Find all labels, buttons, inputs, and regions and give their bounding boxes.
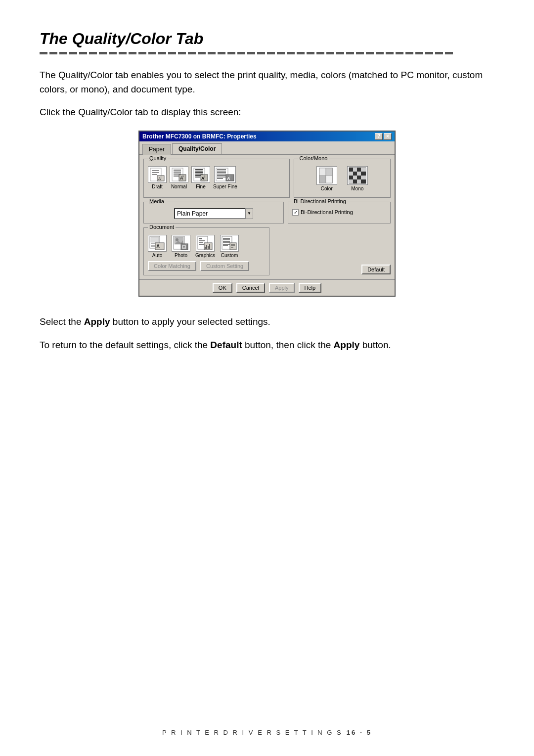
svg-rect-48 [357, 172, 361, 176]
default-button-wrapper: Default [273, 227, 391, 275]
quality-draft-item[interactable]: A ≡ Draft [148, 166, 167, 189]
custom-icon [220, 235, 239, 252]
svg-point-71 [183, 246, 185, 248]
tab-paper[interactable]: Paper [142, 144, 171, 155]
help-button[interactable]: Help [299, 283, 322, 293]
draft-icon: A ≡ [148, 166, 167, 183]
dialog-body: Quality [139, 154, 395, 279]
apply-button[interactable]: Apply [269, 283, 295, 293]
custom-setting-button[interactable]: Custom Setting [200, 261, 249, 271]
svg-rect-55 [353, 179, 357, 183]
auto-icon: A [148, 235, 167, 252]
normal-label: Normal [171, 184, 187, 189]
properties-dialog: Brother MFC7300 on BRMFC: Properties ? ×… [138, 131, 396, 297]
doc-graphics-item[interactable]: Graphics [195, 235, 215, 258]
bidir-section: Bi-Directional Printing ✓ Bi-Directional… [288, 202, 391, 223]
footer-text: P R I N T E R D R I V E R S E T T I N G … [162, 729, 343, 736]
title-separator [40, 52, 494, 54]
svg-rect-39 [319, 176, 326, 183]
fine-icon: A ≡ [191, 166, 210, 183]
intro-paragraph-1: The Quality/Color tab enables you to sel… [40, 68, 494, 96]
mono-icon [347, 166, 368, 185]
dialog-action-row: OK Cancel Apply Help [139, 279, 395, 296]
help-titlebar-button[interactable]: ? [375, 133, 383, 140]
svg-text:≡: ≡ [229, 175, 231, 178]
doc-custom-item[interactable]: Custom [220, 235, 239, 258]
svg-rect-49 [361, 172, 366, 176]
tab-quality-color[interactable]: Quality/Color [172, 143, 222, 154]
svg-rect-37 [319, 168, 326, 176]
quality-superfine-item[interactable]: A ≡ Super Fine [213, 166, 237, 189]
svg-rect-44 [357, 168, 361, 172]
color-mono-legend: Color/Mono [298, 155, 329, 161]
color-mono-section: Color/Mono [294, 159, 391, 198]
svg-rect-59 [151, 237, 159, 242]
document-icons-row: A Auto [148, 235, 265, 258]
document-legend: Document [148, 224, 176, 230]
dialog-titlebar: Brother MFC7300 on BRMFC: Properties ? × [139, 132, 395, 141]
quality-fine-item[interactable]: A ≡ Fine [191, 166, 210, 189]
media-select-wrapper[interactable]: Plain Paper Glossy Paper Transparency ▼ [174, 208, 253, 219]
quality-icons-row: A ≡ Draft [148, 166, 285, 189]
footer-page-number: 16 - 5 [347, 729, 372, 736]
mono-item[interactable]: Mono [347, 166, 368, 191]
apply-bold-2: Apply [334, 340, 360, 350]
svg-rect-52 [357, 176, 361, 179]
quality-normal-item[interactable]: A ≡ Normal [170, 166, 188, 189]
doc-photo-item[interactable]: Photo [172, 235, 190, 258]
svg-rect-40 [326, 176, 332, 183]
mono-label: Mono [351, 186, 363, 191]
svg-rect-47 [353, 172, 357, 176]
draft-label: Draft [152, 184, 163, 189]
svg-rect-53 [361, 176, 366, 179]
photo-icon [172, 235, 190, 252]
top-sections-row: Quality [143, 159, 391, 198]
dropdown-arrow-icon: ▼ [245, 208, 253, 219]
dialog-title: Brother MFC7300 on BRMFC: Properties [142, 133, 257, 140]
color-item[interactable]: Color [316, 166, 337, 191]
svg-text:≡: ≡ [204, 175, 206, 178]
bidir-checkbox[interactable]: ✓ [292, 209, 299, 216]
svg-text:≡: ≡ [182, 175, 184, 178]
close-titlebar-button[interactable]: × [384, 133, 392, 140]
intro-paragraph-2: Click the Quality/Color tab to display t… [40, 105, 494, 120]
doc-buttons-row: Color Matching Custom Setting [148, 261, 265, 271]
svg-text:A: A [156, 244, 160, 249]
svg-rect-38 [326, 168, 332, 176]
page-title: The Quality/Color Tab [40, 30, 494, 48]
fine-label: Fine [196, 184, 205, 189]
dialog-wrapper: Brother MFC7300 on BRMFC: Properties ? ×… [40, 131, 494, 297]
media-dropdown-row: Plain Paper Glossy Paper Transparency ▼ [148, 208, 279, 219]
quality-section: Quality [143, 159, 290, 198]
default-paragraph: To return to the default settings, click… [40, 338, 494, 352]
svg-rect-89 [230, 243, 236, 250]
svg-rect-50 [349, 176, 353, 179]
doc-auto-item[interactable]: A Auto [148, 235, 167, 258]
color-icons-row: Color [298, 166, 386, 191]
bidir-checkbox-label: Bi-Directional Printing [301, 209, 353, 215]
default-bold: Default [210, 340, 242, 350]
default-button[interactable]: Default [361, 265, 391, 274]
document-section: Document [143, 227, 269, 275]
svg-rect-54 [349, 179, 353, 183]
photo-label: Photo [175, 253, 187, 258]
svg-rect-42 [349, 168, 353, 172]
media-legend: Media [148, 198, 166, 204]
color-matching-button[interactable]: Color Matching [148, 261, 196, 271]
ok-button[interactable]: OK [213, 283, 232, 293]
graphics-label: Graphics [195, 253, 215, 258]
normal-icon: A ≡ [170, 166, 188, 183]
cancel-button[interactable]: Cancel [236, 283, 265, 293]
media-section: Media Plain Paper Glossy Paper Transpare… [143, 202, 284, 223]
dialog-tabs: Paper Quality/Color [139, 141, 395, 154]
svg-rect-43 [353, 168, 357, 172]
titlebar-buttons: ? × [375, 133, 392, 140]
apply-bold: Apply [84, 316, 110, 327]
graphics-icon [196, 235, 215, 252]
svg-rect-57 [361, 179, 366, 183]
svg-rect-45 [361, 168, 366, 172]
media-dropdown[interactable]: Plain Paper Glossy Paper Transparency [174, 208, 253, 219]
doc-default-row: Document [143, 227, 391, 275]
svg-rect-51 [353, 176, 357, 179]
page-footer: P R I N T E R D R I V E R S E T T I N G … [0, 729, 534, 736]
